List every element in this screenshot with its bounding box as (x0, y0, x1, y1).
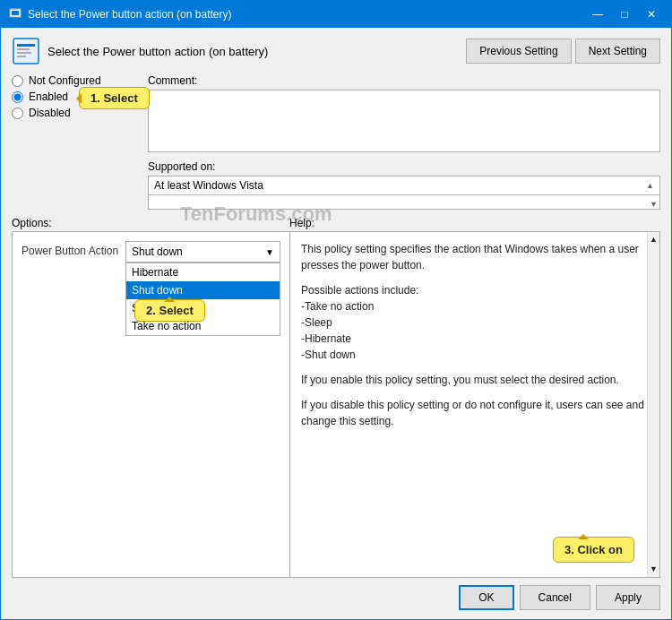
dropdown-item-shutdown[interactable]: Shut down (126, 281, 280, 299)
policy-icon (12, 37, 40, 65)
supported-block: Supported on: At least Windows Vista ▲ ▼ (148, 160, 660, 210)
dropdown-arrow-icon: ▼ (265, 247, 274, 257)
help-p3: If you enable this policy setting, you m… (301, 372, 649, 388)
not-configured-row: Not Configured (12, 74, 137, 87)
comment-label: Comment: (148, 74, 660, 87)
supported-value: At least Windows Vista ▲ (148, 176, 660, 195)
svg-rect-4 (17, 48, 30, 50)
svg-rect-1 (12, 11, 19, 15)
svg-rect-3 (17, 44, 35, 47)
supported-scroll-down: ▼ (650, 200, 658, 209)
options-label: Options: (12, 217, 289, 229)
next-setting-button[interactable]: Next Setting (575, 39, 660, 64)
comment-block: Comment: (148, 74, 660, 155)
pba-label: Power Button Action (22, 245, 118, 257)
options-help-row: Power Button Action Shut down ▼ Hibernat… (12, 231, 660, 578)
callout-1: 1. Select (79, 87, 150, 109)
help-label: Help: (289, 217, 660, 229)
enabled-radio[interactable] (12, 91, 23, 103)
ok-button[interactable]: OK (459, 585, 513, 610)
dropdown-selected[interactable]: Shut down ▼ (125, 241, 280, 263)
disabled-radio[interactable] (12, 108, 23, 119)
radio-section: Not Configured Enabled 1. Select Disable… (12, 74, 137, 202)
title-bar: Select the Power button action (on batte… (1, 1, 671, 28)
callout-2: 2. Select (134, 299, 205, 322)
enabled-label: Enabled (29, 90, 68, 103)
help-panel: This policy setting specifies the action… (290, 232, 659, 577)
help-p4: If you disable this policy setting or do… (301, 397, 649, 429)
cancel-button[interactable]: Cancel (520, 585, 590, 610)
window-icon (8, 7, 22, 22)
options-panel: Power Button Action Shut down ▼ Hibernat… (13, 232, 290, 577)
minimize-button[interactable]: — (585, 5, 610, 23)
help-p2: Possible actions include: -Take no actio… (301, 282, 649, 363)
footer-row: OK Cancel Apply (12, 578, 660, 612)
help-scrollbar[interactable]: ▲ ▼ (647, 232, 659, 577)
close-button[interactable]: ✕ (639, 5, 664, 23)
not-configured-radio[interactable] (12, 75, 23, 87)
not-configured-label: Not Configured (29, 74, 101, 87)
previous-setting-button[interactable]: Previous Setting (466, 39, 571, 64)
power-button-row: Power Button Action Shut down ▼ Hibernat… (22, 241, 280, 263)
svg-rect-5 (17, 52, 31, 54)
apply-button[interactable]: Apply (596, 585, 660, 610)
enabled-row: Enabled 1. Select (12, 90, 137, 103)
callout-3: 3. Click on (553, 537, 634, 564)
supported-scroll-up: ▲ (646, 181, 654, 190)
svg-rect-2 (13, 39, 39, 64)
nav-buttons: Previous Setting Next Setting (466, 39, 660, 64)
title-bar-text: Select the Power button action (on batte… (28, 8, 585, 21)
svg-rect-6 (17, 56, 26, 57)
help-p1: This policy setting specifies the action… (301, 241, 649, 273)
scroll-up-icon: ▲ (650, 234, 658, 246)
maximize-button[interactable]: □ (612, 5, 637, 23)
scroll-down-icon: ▼ (650, 564, 658, 576)
labels-row: Options: Help: (12, 217, 660, 229)
content-area: Select the Power button action (on batte… (1, 28, 671, 619)
main-window: Select the Power button action (on batte… (0, 0, 672, 620)
title-bar-buttons: — □ ✕ (585, 5, 664, 23)
comment-textarea[interactable] (148, 90, 660, 152)
header-title: Select the Power button action (on batte… (47, 45, 466, 58)
header-row: Select the Power button action (on batte… (12, 37, 660, 65)
supported-scroll-down-area: ▼ (148, 195, 660, 210)
help-text: This policy setting specifies the action… (301, 241, 649, 429)
dropdown-container: Shut down ▼ Hibernate Shut down Sleep Ta… (125, 241, 280, 263)
dropdown-item-hibernate[interactable]: Hibernate (126, 263, 280, 281)
supported-label: Supported on: (148, 160, 660, 173)
disabled-label: Disabled (29, 107, 71, 119)
